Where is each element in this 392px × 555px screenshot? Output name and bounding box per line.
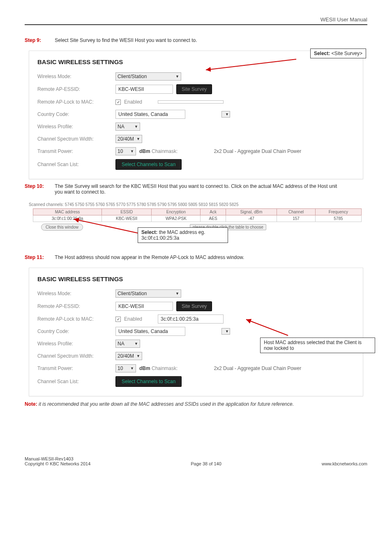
chain-info: 2x2 Dual - Aggregate Dual Chain Power <box>214 148 301 154</box>
wireless-mode-select[interactable]: Client/Station▼ <box>115 289 181 298</box>
scan-results-table: MAC address ESSID Encryption Ack Signal,… <box>33 208 362 222</box>
col-ack: Ack <box>201 209 226 215</box>
profile-select[interactable]: NA▼ <box>115 340 140 348</box>
aplock-checkbox[interactable]: ✓ <box>115 317 121 322</box>
row-txpower: Transmit Power: 10▼ dBm Chainmask: 2x2 D… <box>37 362 355 375</box>
row-spectrum: Channel Spectrum Width: 20/40M▼ <box>37 133 355 145</box>
col-signal: Signal, dBm <box>226 209 277 215</box>
country-select-aux[interactable]: ▼ <box>221 328 230 335</box>
country-select-aux[interactable]: ▼ <box>221 111 230 118</box>
aplock-checkbox[interactable]: ✓ <box>115 99 121 105</box>
channels-scan-button[interactable]: Select Channels to Scan <box>115 159 182 170</box>
row-country: Country Code: United States, Canada ▼ <box>37 108 355 120</box>
row-remote-essid: Remote AP-ESSID: KBC-WESII Site Survey <box>37 83 355 96</box>
channels-scan-button[interactable]: Select Channels to Scan <box>115 376 182 387</box>
step-10-label: Step 10: <box>25 183 53 189</box>
step-9-label: Step 9: <box>25 37 53 43</box>
step-9: Step 9: Select Site Survey to find the W… <box>25 37 367 43</box>
site-survey-button[interactable]: Site Survey <box>176 84 212 94</box>
aplock-mac-input[interactable] <box>158 100 224 104</box>
note: Note: it is recommended that you write d… <box>25 401 367 407</box>
row-scanlist: Channel Scan List: Select Channels to Sc… <box>37 375 355 388</box>
host-mac-callout: Host MAC address selected that the Clien… <box>260 338 375 353</box>
txpower-select[interactable]: 10▼ <box>115 364 136 372</box>
footer-manual-rev: Manual-WESII-Rev1403 <box>25 456 90 461</box>
aplock-mac-input[interactable]: 3c:0f:c1:00:25:3a <box>158 314 224 324</box>
spectrum-select[interactable]: 20/40M▼ <box>115 352 142 360</box>
chevron-down-icon: ▼ <box>130 366 134 370</box>
chevron-down-icon: ▼ <box>225 112 229 116</box>
step-11-label: Step 11: <box>25 254 53 260</box>
basic-wireless-panel-2: BASIC WIRELESS SETTINGS Wireless Mode: C… <box>29 268 363 396</box>
row-scanlist: Channel Scan List: Select Channels to Sc… <box>37 157 355 171</box>
col-channel: Channel <box>277 209 316 215</box>
step-10: Step 10: The Site Survey will search for… <box>25 183 367 195</box>
chain-info: 2x2 Dual - Aggregate Dual Chain Power <box>214 365 301 371</box>
row-aplock: Remote AP-Lock to MAC: ✓ Enabled 3c:0f:c… <box>37 313 355 325</box>
chevron-down-icon: ▼ <box>136 137 140 141</box>
step-11: Step 11: The Host address should now app… <box>25 254 367 260</box>
country-input[interactable]: United States, Canada <box>115 110 185 119</box>
remote-essid-input[interactable]: KBC-WESII <box>115 302 173 311</box>
chevron-down-icon: ▼ <box>130 149 134 153</box>
row-remote-essid: Remote AP-ESSID: KBC-WESII Site Survey <box>37 300 355 313</box>
footer-copyright: Copyright © KBC Networks 2014 <box>25 461 90 466</box>
step-11-text: The Host address should now appear in th… <box>55 254 342 260</box>
col-essid: ESSID <box>101 209 151 215</box>
chevron-down-icon: ▼ <box>134 342 138 346</box>
chevron-down-icon: ▼ <box>225 329 229 333</box>
site-survey-callout: Select: <Site Survey> <box>310 49 366 58</box>
row-profile: Wireless Profile: NA▼ Host MAC address s… <box>37 338 355 350</box>
row-profile: Wireless Profile: NA▼ <box>37 120 355 133</box>
manual-title: WESII User Manual <box>25 16 367 23</box>
remote-essid-input[interactable]: KBC-WESII <box>115 85 173 94</box>
country-input[interactable]: United States, Canada <box>115 327 185 336</box>
chevron-down-icon: ▼ <box>134 125 138 129</box>
profile-select[interactable]: NA▼ <box>115 123 140 131</box>
page-header: WESII User Manual <box>25 16 367 25</box>
table-row[interactable]: 3c:0f:c1:00:25:3a KBC-WESII WPA2-PSK AES… <box>33 215 362 222</box>
page-footer: Manual-WESII-Rev1403 Copyright © KBC Net… <box>25 456 367 466</box>
scanned-channels: Scanned channels: 5745 5750 5755 5760 57… <box>29 202 363 207</box>
mac-callout: Select: the MAC address eg. 3c:0f:c1:00:… <box>138 227 228 243</box>
footer-url: www.kbcnetworks.com <box>322 461 367 466</box>
row-country: Country Code: United States, Canada ▼ <box>37 325 355 338</box>
chevron-down-icon: ▼ <box>175 74 179 79</box>
col-mac: MAC address <box>33 209 102 215</box>
wireless-mode-select[interactable]: Client/Station▼ <box>115 72 181 81</box>
panel-title: BASIC WIRELESS SETTINGS <box>37 275 355 282</box>
row-aplock: Remote AP-Lock to MAC: ✓ Enabled <box>37 96 355 108</box>
chevron-down-icon: ▼ <box>136 354 140 358</box>
spectrum-select[interactable]: 20/40M▼ <box>115 135 142 143</box>
txpower-select[interactable]: 10▼ <box>115 147 136 155</box>
chevron-down-icon: ▼ <box>175 291 179 296</box>
basic-wireless-panel-1: Select: <Site Survey> BASIC WIRELESS SET… <box>29 51 363 179</box>
row-spectrum: Channel Spectrum Width: 20/40M▼ <box>37 350 355 362</box>
footer-page: Page 38 of 140 <box>191 461 221 466</box>
row-txpower: Transmit Power: 10▼ dBm Chainmask: 2x2 D… <box>37 145 355 157</box>
col-freq: Frequency <box>315 209 361 215</box>
step-10-text: The Site Survey will search for the KBC … <box>55 183 342 195</box>
row-wireless-mode: Wireless Mode: Client/Station▼ <box>37 287 355 300</box>
site-survey-button[interactable]: Site Survey <box>176 301 212 311</box>
mac-callout-area: Select: the MAC address eg. 3c:0f:c1:00:… <box>33 230 362 250</box>
panel-title: BASIC WIRELESS SETTINGS <box>37 58 355 65</box>
step-9-text: Select Site Survey to find the WESII Hos… <box>55 37 342 43</box>
col-encrypt: Encryption <box>152 209 201 215</box>
row-wireless-mode: Wireless Mode: Client/Station▼ <box>37 70 355 83</box>
